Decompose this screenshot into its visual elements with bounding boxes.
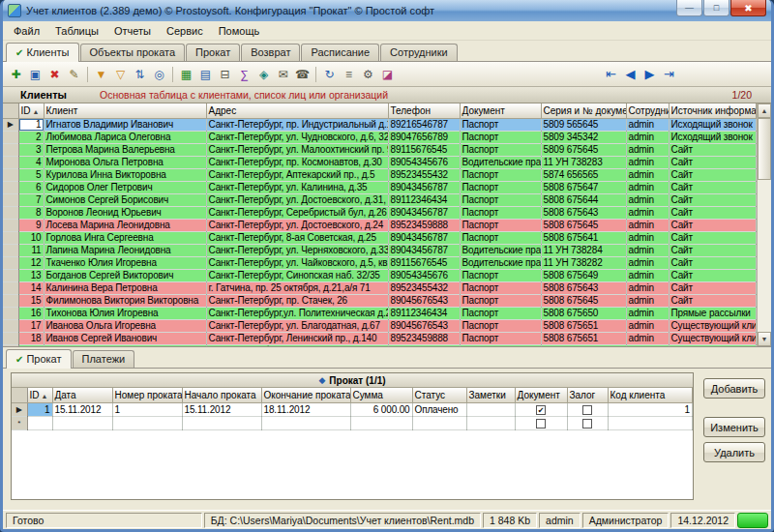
row-selector[interactable] xyxy=(3,219,18,231)
cell-serial[interactable]: 11 УН 738282 xyxy=(541,256,626,269)
cell-address[interactable]: Санкт-Петербург, Аптекарский пр., д.5 xyxy=(206,168,388,181)
column-header[interactable]: Клиент xyxy=(44,103,206,118)
cell-address[interactable]: Санкт-Петербург, ул. Чудновского, д.6, 3… xyxy=(206,131,388,143)
edit-button[interactable]: Изменить xyxy=(703,417,765,437)
cell-address[interactable]: Санкт-Петербург, Серебристый бул, д.26 xyxy=(206,206,388,219)
cell-doc[interactable]: Водительские права xyxy=(460,156,541,168)
cell-doc[interactable]: Паспорт xyxy=(460,206,541,219)
cell-doc[interactable]: Паспорт xyxy=(460,193,541,206)
cell-source[interactable]: Исходящий звонок xyxy=(669,131,757,143)
cell-serial[interactable]: 5808 675647 xyxy=(541,181,626,193)
new-record-row[interactable]: * xyxy=(12,416,693,429)
column-header[interactable]: Сумма xyxy=(350,388,412,402)
cell-employee[interactable]: admin xyxy=(626,131,669,143)
cell-id[interactable]: 1 xyxy=(18,118,44,131)
cell-id[interactable]: 2 xyxy=(18,131,44,143)
minimize-button[interactable]: — xyxy=(676,0,702,16)
cell-empty[interactable] xyxy=(27,416,52,429)
cell-source[interactable]: Сайт xyxy=(669,231,757,244)
client-row[interactable]: 3Петрова Марина ВалерьевнаСанкт-Петербур… xyxy=(3,143,757,156)
maximize-button[interactable]: □ xyxy=(703,0,729,16)
row-selector[interactable] xyxy=(3,131,18,143)
cell-id[interactable]: 4 xyxy=(18,156,44,168)
delete-button[interactable]: Удалить xyxy=(703,442,765,462)
tab-item[interactable]: Возврат xyxy=(241,44,300,61)
column-header[interactable]: Документ xyxy=(460,103,541,118)
row-selector[interactable] xyxy=(3,206,18,219)
row-selector[interactable] xyxy=(3,269,18,281)
cell-serial[interactable]: 5808 675644 xyxy=(541,193,626,206)
row-selector[interactable] xyxy=(3,193,18,206)
cell-number[interactable]: 1 xyxy=(112,402,182,416)
cell-phone[interactable]: 89112346434 xyxy=(388,307,460,319)
cell-id[interactable]: 5 xyxy=(18,168,44,181)
column-header[interactable]: Заметки xyxy=(466,388,515,402)
cell-phone[interactable]: 89115676545 xyxy=(388,256,460,269)
cell-id[interactable]: 3 xyxy=(18,143,44,156)
cell-address[interactable]: Санкт-Петербург, ул. Черняховского, д.33 xyxy=(206,244,388,256)
cell-phone[interactable]: 89043456787 xyxy=(388,181,460,193)
tab-item[interactable]: Объекты проката xyxy=(80,44,186,61)
client-row[interactable]: 15Филимонова Виктория ВикторовнаСанкт-Пе… xyxy=(3,294,757,307)
cell-id[interactable]: 9 xyxy=(18,219,44,231)
checkbox-unchecked[interactable] xyxy=(582,405,592,415)
column-header[interactable]: Окончание проката xyxy=(261,388,350,402)
cell-address[interactable]: Санкт-Петербург, пр. Индустриальный д.15 xyxy=(206,118,388,131)
tab-item[interactable]: ✔Прокат xyxy=(6,349,72,369)
cell-id[interactable]: 16 xyxy=(18,307,44,319)
cell-serial[interactable]: 5808 675645 xyxy=(541,294,626,307)
refresh-icon[interactable]: ↻ xyxy=(320,65,339,83)
row-selector[interactable] xyxy=(3,231,18,244)
cell-date[interactable]: 15.11.2012 xyxy=(52,402,112,416)
row-selector[interactable]: ▶ xyxy=(12,402,27,416)
cell-phone[interactable]: 89112346434 xyxy=(388,193,460,206)
tab-item[interactable]: Расписание xyxy=(301,44,379,61)
cell-name[interactable]: Иванов Сергей Иванович xyxy=(44,332,206,344)
reports-icon[interactable]: ◪ xyxy=(378,65,397,83)
cell-source[interactable]: Существующий клиент xyxy=(669,319,757,332)
cell-client-code[interactable]: 1 xyxy=(608,402,693,416)
email-icon[interactable]: ✉ xyxy=(274,65,292,83)
cell-address[interactable]: г. Гатчина, пр. 25 октября, д.21,а/я 71 xyxy=(206,281,388,294)
delete-record-icon[interactable]: ✖ xyxy=(45,65,64,83)
cell-id[interactable]: 11 xyxy=(18,244,44,256)
cell-doc[interactable]: Водительские права xyxy=(460,244,541,256)
cell-id[interactable]: 14 xyxy=(18,281,44,294)
cell-empty[interactable] xyxy=(182,416,261,429)
row-selector[interactable] xyxy=(3,143,18,156)
cell-address[interactable]: Санкт-Петербург, ул. Калинина, д.35 xyxy=(206,181,388,193)
column-header[interactable]: Телефон xyxy=(388,103,460,118)
cell-serial[interactable]: 5808 675645 xyxy=(541,219,626,231)
cell-source[interactable]: Существующий клиент xyxy=(669,332,757,344)
scroll-down-icon[interactable]: ▼ xyxy=(758,332,771,346)
cell-empty[interactable] xyxy=(466,416,515,429)
column-header[interactable]: Сотрудник xyxy=(626,103,669,118)
columns-icon[interactable]: ≡ xyxy=(340,65,358,83)
tab-item[interactable]: Прокат xyxy=(186,44,240,61)
cell-name[interactable]: Игнатов Владимир Иванович xyxy=(44,118,206,131)
row-selector[interactable] xyxy=(3,307,18,319)
column-header[interactable]: Источник информации xyxy=(669,103,757,118)
menu-item[interactable]: Таблицы xyxy=(47,23,106,39)
row-selector[interactable] xyxy=(3,332,18,344)
cell-phone[interactable]: 89216546787 xyxy=(388,118,460,131)
tab-item[interactable]: Платежи xyxy=(73,350,135,368)
cell-serial[interactable]: 5808 675651 xyxy=(541,332,626,344)
cell-name[interactable]: Симонов Сергей Борисович xyxy=(44,193,206,206)
cell-source[interactable]: Сайт xyxy=(669,294,757,307)
cell-serial[interactable]: 5874 656565 xyxy=(541,168,626,181)
sort-icon[interactable]: ⇅ xyxy=(131,65,149,83)
cell-source[interactable]: Сайт xyxy=(669,219,757,231)
cell-phone[interactable]: 89054345676 xyxy=(388,269,460,281)
title-bar[interactable]: Учет клиентов (2.389 демо) © Prostoysoft… xyxy=(3,0,771,21)
cell-employee[interactable]: admin xyxy=(626,219,669,231)
cell-serial[interactable]: 5809 345342 xyxy=(541,131,626,143)
client-row[interactable]: 5Курилова Инна ВикторовнаСанкт-Петербург… xyxy=(3,168,757,181)
cell-serial[interactable]: 5809 675645 xyxy=(541,143,626,156)
cell-id[interactable]: 6 xyxy=(18,181,44,193)
filter-icon[interactable]: ▼ xyxy=(92,65,110,83)
client-row[interactable]: 4Миронова Ольга ПетровнаСанкт-Петербург,… xyxy=(3,156,757,168)
menu-item[interactable]: Помощь xyxy=(211,23,268,39)
cell-name[interactable]: Калинина Вера Петровна xyxy=(44,281,206,294)
vertical-scrollbar[interactable]: ▲ ▼ xyxy=(757,103,771,346)
